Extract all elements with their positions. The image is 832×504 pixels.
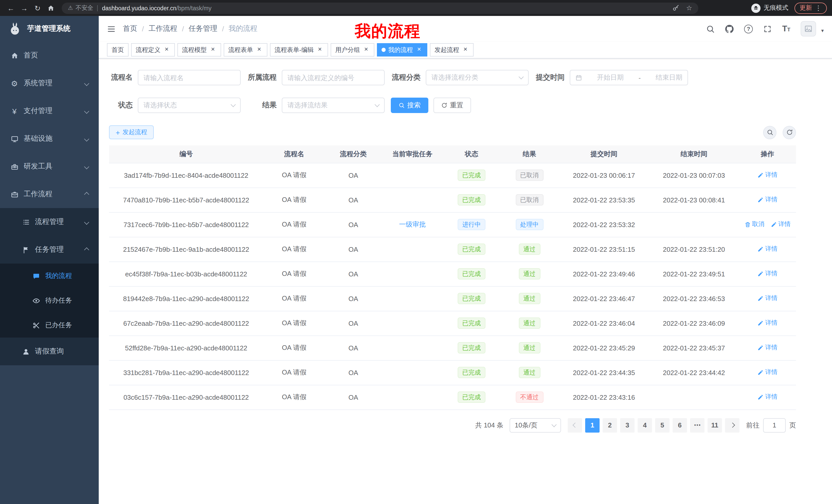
key-icon[interactable] xyxy=(673,5,679,11)
tab-label: 流程表单 xyxy=(228,46,253,54)
detail-link[interactable]: 详情 xyxy=(757,319,778,328)
back-icon[interactable]: ← xyxy=(4,1,18,15)
tab-流程表单[interactable]: 流程表单× xyxy=(224,43,267,57)
fullscreen-icon[interactable] xyxy=(763,24,772,33)
tab-流程模型[interactable]: 流程模型× xyxy=(177,43,221,57)
detail-link[interactable]: 详情 xyxy=(757,393,778,401)
detail-link[interactable]: 详情 xyxy=(757,195,778,204)
sidebar-item-请假查询[interactable]: 请假查询 xyxy=(0,338,99,365)
sidebar-item-首页[interactable]: 首页 xyxy=(0,41,99,69)
category-select[interactable]: 请选择流程分类 xyxy=(426,70,529,85)
close-icon[interactable]: × xyxy=(363,46,370,53)
tab-用户分组[interactable]: 用户分组× xyxy=(331,43,374,57)
caret-down-icon[interactable]: ▾ xyxy=(821,28,824,36)
page-button-6[interactable]: 6 xyxy=(673,418,687,432)
detail-link[interactable]: 详情 xyxy=(757,343,778,352)
sidebar-item-系统管理[interactable]: ⚙系统管理 xyxy=(0,69,99,97)
process-def-input[interactable] xyxy=(282,70,385,85)
tab-发起流程[interactable]: 发起流程× xyxy=(430,43,474,57)
sidebar-item-任务管理[interactable]: 任务管理 xyxy=(0,236,99,263)
start-process-button[interactable]: + 发起流程 xyxy=(109,125,154,139)
cell-current-task xyxy=(382,335,443,360)
bookmark-star-icon[interactable]: ☆ xyxy=(686,4,692,12)
hamburger-icon[interactable] xyxy=(107,24,116,33)
sidebar-item-研发工具[interactable]: 研发工具 xyxy=(0,152,99,180)
sidebar-item-基础设施[interactable]: 基础设施 xyxy=(0,125,99,152)
cell-result: 通过 xyxy=(500,237,559,261)
address-bar[interactable]: ⚠ 不安全 dashboard.yudao.iocoder.cn/bpm/tas… xyxy=(62,2,698,13)
process-name-input[interactable] xyxy=(138,70,241,85)
refresh-icon xyxy=(786,129,793,136)
breadcrumb-item[interactable]: 首页 xyxy=(123,24,137,33)
page-button-4[interactable]: 4 xyxy=(638,418,652,432)
reload-icon[interactable]: ↻ xyxy=(31,1,44,15)
page-button-5[interactable]: 5 xyxy=(655,418,670,432)
detail-link[interactable]: 详情 xyxy=(757,294,778,303)
reset-button[interactable]: 重置 xyxy=(434,97,471,113)
github-icon[interactable] xyxy=(725,24,734,33)
security-label: 不安全 xyxy=(76,4,93,12)
chevron-down-icon xyxy=(84,136,89,141)
close-icon[interactable]: × xyxy=(163,46,170,53)
tab-我的流程[interactable]: 我的流程× xyxy=(377,43,427,57)
tab-流程定义[interactable]: 流程定义× xyxy=(131,43,175,57)
detail-link[interactable]: 详情 xyxy=(771,220,790,229)
status-select[interactable]: 请选择状态 xyxy=(138,97,241,113)
refresh-table-button[interactable] xyxy=(783,125,796,139)
page-ellipsis[interactable]: ⋯ xyxy=(690,418,704,432)
search-icon[interactable] xyxy=(706,24,715,33)
cell-actions: 详情 xyxy=(739,335,796,360)
goto-page-input[interactable] xyxy=(763,418,786,432)
detail-link[interactable]: 详情 xyxy=(757,245,778,254)
result-select[interactable]: 请选择流结果 xyxy=(282,97,385,113)
tab-流程表单-编辑[interactable]: 流程表单-编辑× xyxy=(270,43,328,57)
page-size-select[interactable]: 10条/页 xyxy=(510,418,561,432)
sidebar-item-待办任务[interactable]: 待办任务 xyxy=(0,288,99,313)
cell-actions: 详情 xyxy=(739,360,796,385)
pagination-next[interactable] xyxy=(725,418,739,432)
toggle-search-button[interactable] xyxy=(763,125,777,139)
forward-icon[interactable]: → xyxy=(18,1,31,15)
cell-end-time: 2022-01-22 23:49:51 xyxy=(649,261,739,286)
detail-link[interactable]: 详情 xyxy=(757,368,778,377)
browser-menu-dots-icon[interactable]: ⋮ xyxy=(815,4,822,12)
current-task-link[interactable]: 一级审批 xyxy=(399,220,426,228)
close-icon[interactable]: × xyxy=(415,46,423,53)
search-button[interactable]: 搜索 xyxy=(391,97,428,113)
page-button-11[interactable]: 11 xyxy=(707,418,722,432)
cell-submit-time: 2022-01-22 23:43:16 xyxy=(559,385,649,410)
breadcrumb-separator: / xyxy=(142,25,144,33)
close-icon[interactable]: × xyxy=(462,46,469,53)
sidebar-item-支付管理[interactable]: ¥支付管理 xyxy=(0,97,99,125)
page-button-2[interactable]: 2 xyxy=(603,418,617,432)
update-button[interactable]: 更新 ⋮ xyxy=(795,2,827,13)
sidebar-item-流程管理[interactable]: 流程管理 xyxy=(0,208,99,236)
breadcrumb-item[interactable]: 任务管理 xyxy=(189,24,217,33)
breadcrumb-item[interactable]: 工作流程 xyxy=(149,24,177,33)
page-button-3[interactable]: 3 xyxy=(620,418,634,432)
sidebar-item-已办任务[interactable]: 已办任务 xyxy=(0,313,99,338)
close-icon[interactable]: × xyxy=(316,46,323,53)
close-icon[interactable]: × xyxy=(209,46,216,53)
submit-time-daterange[interactable]: 开始日期 - 结束日期 xyxy=(570,70,688,85)
cancel-link[interactable]: 取消 xyxy=(744,220,764,229)
sidebar-item-我的流程[interactable]: 我的流程 xyxy=(0,263,99,288)
page-button-1[interactable]: 1 xyxy=(585,418,600,432)
font-size-icon[interactable]: TT xyxy=(782,24,790,33)
avatar[interactable] xyxy=(801,21,816,36)
cell-submit-time: 2022-01-22 23:46:04 xyxy=(559,311,649,335)
cell-category: OA xyxy=(325,261,382,286)
sidebar-item-工作流程[interactable]: 工作流程 xyxy=(0,180,99,208)
pagination-prev[interactable] xyxy=(568,418,582,432)
detail-link[interactable]: 详情 xyxy=(757,270,778,278)
detail-link[interactable]: 详情 xyxy=(757,171,778,179)
chevron-down-icon xyxy=(84,108,89,114)
browser-home-icon[interactable] xyxy=(44,1,58,15)
page-header: 首页/工作流程/任务管理/我的流程 我的流程 ? TT ▾ xyxy=(99,16,832,41)
refresh-icon xyxy=(441,102,447,108)
close-icon[interactable]: × xyxy=(256,46,263,53)
table-body: 3ad174fb-7b9d-11ec-8404-acde48001122OA 请… xyxy=(109,163,796,410)
help-icon[interactable]: ? xyxy=(744,24,753,33)
tab-首页[interactable]: 首页 xyxy=(107,43,129,57)
cell-actions: 详情 xyxy=(739,237,796,261)
